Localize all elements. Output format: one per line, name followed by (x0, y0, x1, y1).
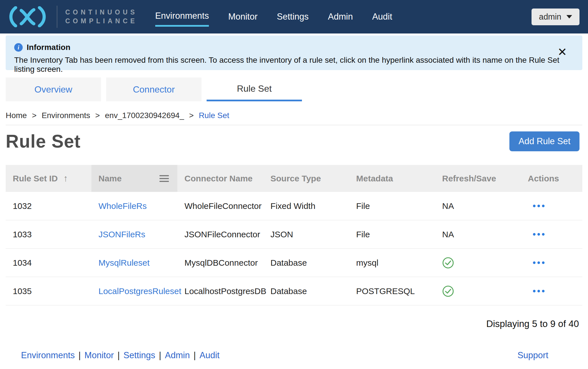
info-icon: i (14, 43, 23, 52)
column-header-rule-set-id[interactable]: Rule Set ID ↑ (6, 165, 91, 192)
add-rule-set-button[interactable]: Add Rule Set (509, 131, 579, 151)
metadata: File (349, 230, 435, 239)
column-header-name[interactable]: Name (91, 165, 177, 192)
rule-set-table: Rule Set ID ↑ Name Connector Name Source… (6, 165, 582, 305)
column-header-source-type[interactable]: Source Type (263, 165, 349, 192)
nav-settings[interactable]: Settings (277, 12, 309, 26)
metadata: mysql (349, 258, 435, 268)
connector-name: WholeFileConnector (177, 201, 263, 211)
footer-separator: | (159, 350, 161, 360)
refresh-save-status (435, 257, 521, 269)
user-menu-label: admin (539, 12, 561, 22)
tab-bar: Overview Connector Rule Set (6, 77, 588, 101)
rule-set-name-link[interactable]: MysqlRuleset (98, 258, 150, 267)
info-banner: i Information The Inventory Tab has been… (6, 35, 582, 70)
table-body: 1032 WholeFileRs WholeFileConnector Fixe… (6, 192, 582, 305)
title-row: Rule Set Add Rule Set (6, 131, 579, 152)
column-label: Metadata (356, 174, 393, 183)
footer-link-environments[interactable]: Environments (21, 350, 75, 360)
connector-name: JSONFileConnector (177, 230, 263, 239)
column-label: Connector Name (184, 174, 253, 183)
source-type: JSON (263, 230, 349, 239)
breadcrumb-current: Rule Set (199, 111, 229, 120)
pagination-status: Displaying 5 to 9 of 40 (0, 318, 579, 329)
source-type: Fixed Width (263, 201, 349, 211)
table-row: 1033 JSONFileRs JSONFileConnector JSON F… (6, 220, 582, 249)
nav-admin[interactable]: Admin (328, 12, 353, 26)
rule-set-id: 1035 (6, 286, 91, 296)
banner-header: i Information (14, 43, 574, 52)
footer-link-support[interactable]: Support (517, 350, 548, 360)
column-label: Refresh/Save (442, 174, 496, 183)
breadcrumb-separator: > (189, 111, 194, 120)
delphix-logo-icon (6, 6, 49, 27)
sort-ascending-icon: ↑ (63, 173, 68, 184)
footer-separator: | (117, 350, 120, 360)
footer-link-audit[interactable]: Audit (200, 350, 220, 360)
rule-set-id: 1034 (6, 258, 91, 268)
table-row: 1034 MysqlRuleset MysqlDBConnector Datab… (6, 249, 582, 277)
column-header-metadata[interactable]: Metadata (349, 165, 435, 192)
breadcrumb-environments[interactable]: Environments (42, 111, 90, 120)
rule-set-name-link[interactable]: LocalPostgresRuleset (98, 286, 181, 296)
source-type: Database (263, 258, 349, 268)
rule-set-id: 1033 (6, 230, 91, 239)
column-label: Actions (528, 174, 559, 183)
breadcrumb-separator: > (32, 111, 36, 120)
row-actions-button[interactable]: ••• (521, 201, 546, 211)
column-header-actions: Actions (521, 165, 582, 192)
column-label: Rule Set ID (13, 174, 58, 183)
success-check-icon (442, 285, 454, 297)
connector-name: LocalhostPostgresDB (177, 286, 263, 296)
breadcrumb-separator: > (95, 111, 100, 120)
column-header-refresh-save[interactable]: Refresh/Save (435, 165, 521, 192)
breadcrumb-environment-name[interactable]: env_1700230942694_ (105, 111, 184, 120)
tab-rule-set[interactable]: Rule Set (207, 77, 302, 101)
metadata: File (349, 201, 435, 211)
success-check-icon (442, 257, 454, 269)
row-actions-button[interactable]: ••• (521, 286, 546, 296)
breadcrumb: Home > Environments > env_1700230942694_… (6, 111, 582, 125)
footer-link-monitor[interactable]: Monitor (85, 350, 114, 360)
footer-separator: | (194, 350, 196, 360)
refresh-save-status: NA (435, 201, 521, 211)
connector-name: MysqlDBConnector (177, 258, 263, 268)
source-type: Database (263, 286, 349, 296)
main-nav: Environments Monitor Settings Admin Audi… (155, 11, 392, 23)
rule-set-name-link[interactable]: JSONFileRs (98, 230, 145, 239)
row-actions-button[interactable]: ••• (521, 258, 546, 268)
close-icon[interactable]: ✕ (557, 46, 567, 58)
rule-set-id: 1032 (6, 201, 91, 211)
nav-audit[interactable]: Audit (372, 12, 392, 26)
footer-separator: | (79, 350, 81, 360)
nav-environments[interactable]: Environments (155, 11, 209, 27)
brand-divider (57, 6, 57, 28)
footer-link-settings[interactable]: Settings (123, 350, 155, 360)
table-row: 1035 LocalPostgresRuleset LocalhostPostg… (6, 277, 582, 305)
chevron-down-icon (566, 15, 572, 18)
brand: CONTINUOUS COMPLIANCE (6, 6, 138, 28)
nav-monitor[interactable]: Monitor (228, 12, 257, 26)
banner-title: Information (27, 43, 70, 52)
top-navbar: CONTINUOUS COMPLIANCE Environments Monit… (0, 0, 588, 33)
column-menu-icon[interactable] (159, 173, 169, 184)
brand-wordmark: CONTINUOUS COMPLIANCE (65, 8, 138, 26)
banner-message: The Inventory Tab has been removed from … (14, 56, 574, 74)
metadata: POSTGRESQL (349, 286, 435, 296)
row-actions-button[interactable]: ••• (521, 229, 546, 240)
table-header-row: Rule Set ID ↑ Name Connector Name Source… (6, 165, 582, 192)
tab-connector[interactable]: Connector (106, 77, 201, 101)
table-row: 1032 WholeFileRs WholeFileConnector Fixe… (6, 192, 582, 220)
page-title: Rule Set (6, 131, 81, 152)
breadcrumb-home[interactable]: Home (6, 111, 27, 120)
user-menu-button[interactable]: admin (532, 9, 579, 25)
column-label: Name (98, 174, 122, 183)
brand-line2: COMPLIANCE (65, 17, 138, 26)
tab-overview[interactable]: Overview (6, 77, 101, 101)
brand-line1: CONTINUOUS (65, 8, 138, 17)
refresh-save-status: NA (435, 230, 521, 239)
footer-link-admin[interactable]: Admin (165, 350, 190, 360)
column-header-connector-name[interactable]: Connector Name (177, 165, 263, 192)
rule-set-name-link[interactable]: WholeFileRs (98, 201, 147, 211)
column-label: Source Type (270, 174, 321, 183)
